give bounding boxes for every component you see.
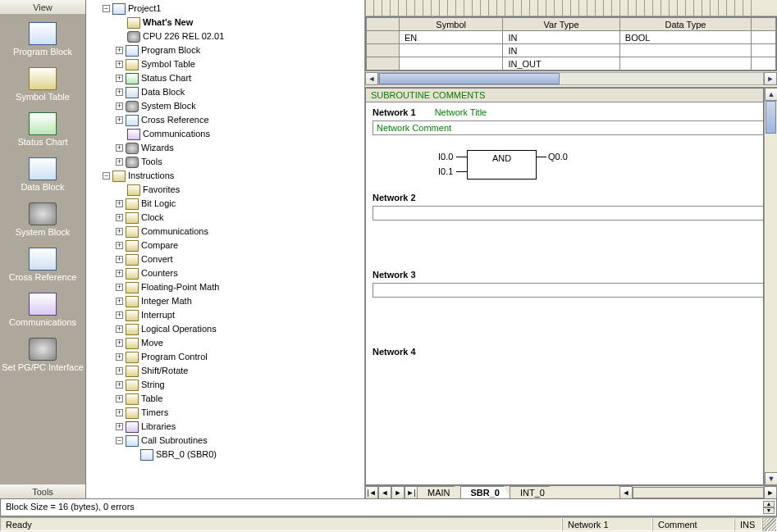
network-comment-field[interactable] [373,283,763,298]
scroll-track[interactable] [378,72,764,85]
collapse-icon[interactable]: − [116,437,123,444]
vartab-col-symbol[interactable]: Symbol [400,18,503,31]
vartab-cell[interactable]: IN_OUT [503,57,619,70]
toolbox-cross-reference[interactable]: Cross Reference [0,240,85,285]
scroll-down-button[interactable]: ▼ [765,472,777,485]
network-4[interactable]: Network 4 [373,347,763,357]
tree-cat[interactable]: +String [116,378,364,392]
vartab-cell[interactable]: EN [400,31,503,44]
toolbox-view-header[interactable]: View [0,0,85,15]
vartab-cell[interactable] [619,57,751,70]
vartab-row[interactable]: IN [367,44,776,57]
subroutine-comments-header[interactable]: SUBROUTINE COMMENTS [366,89,763,102]
tree-cross-reference[interactable]: + Cross Reference [116,113,364,127]
tree-cat[interactable]: +Timers [116,406,364,420]
tree-system-block[interactable]: + System Block [116,99,364,113]
toolbox-data-block[interactable]: Data Block [0,150,85,195]
vartab-row[interactable]: IN_OUT [367,57,776,70]
vartab-row[interactable]: EN IN BOOL [367,31,776,44]
tree-whats-new[interactable]: What's New [116,16,364,30]
tree-wizards[interactable]: + Wizards [116,141,364,155]
vartab-col-extra[interactable] [752,18,776,31]
tree-cat[interactable]: +Logical Operations [116,322,364,336]
network-comment-field[interactable] [373,206,763,221]
vartab-cell[interactable]: BOOL [619,31,751,44]
tree-cat[interactable]: +Convert [116,252,364,266]
tab-sbr0[interactable]: SBR_0 [460,486,510,499]
fbd-function-box[interactable]: AND [467,150,537,180]
collapse-icon[interactable]: − [103,5,110,12]
tree-project[interactable]: − Project1 [103,2,364,16]
network-comment-field[interactable]: Network Comment [373,120,763,135]
tree-favorites[interactable]: Favorites [116,183,364,197]
vartab-cell[interactable]: IN [503,44,619,57]
scroll-left-button[interactable]: ◄ [365,72,378,85]
tab-hscroll-right[interactable]: ► [764,486,777,499]
tree-cat[interactable]: +Program Control [116,350,364,364]
vartab-col-vartype[interactable]: Var Type [503,18,619,31]
tab-nav-last[interactable]: ►| [404,486,418,499]
tree-cat[interactable]: +Communications [116,225,364,239]
tab-hscroll-track[interactable] [633,487,764,498]
tree-cat[interactable]: +Clock [116,211,364,225]
variable-table[interactable]: Symbol Var Type Data Type EN IN BOOL [365,16,777,71]
tree-cat[interactable]: +Shift/Rotate [116,364,364,378]
tree-cat[interactable]: +Bit Logic [116,197,364,211]
tree-cat[interactable]: +Interrupt [116,308,364,322]
tree-cpu[interactable]: CPU 226 REL 02.01 [116,30,364,43]
network-3[interactable]: Network 3 [373,270,763,339]
tree-cat[interactable]: +Counters [116,266,364,280]
toolbox-program-block[interactable]: Program Block [0,15,85,60]
tree-program-block[interactable]: + Program Block [116,43,364,57]
tree-cat[interactable]: +Compare [116,239,364,252]
tree-cat[interactable]: +Integer Math [116,294,364,308]
tree-cat[interactable]: +Move [116,336,364,350]
scroll-thumb[interactable] [379,73,560,84]
scroll-thumb[interactable] [766,101,776,134]
scroll-up-button[interactable]: ▲ [765,88,777,101]
vartab-col-datatype[interactable]: Data Type [619,18,751,31]
toolbox-set-pgpc[interactable]: Set PG/PC Interface [0,330,85,375]
vartab-cell[interactable] [619,44,751,57]
tree-instructions[interactable]: − Instructions [103,169,364,183]
toolbox-tools-header[interactable]: Tools [0,484,85,498]
toolbox-system-block[interactable]: System Block [0,195,85,240]
tree-tools[interactable]: + Tools [116,155,364,169]
vartab-hscroll[interactable]: ◄ ► [365,72,777,85]
expand-icon[interactable]: + [116,47,123,54]
tree-data-block[interactable]: + Data Block [116,85,364,99]
tree-communications[interactable]: Communications [116,127,364,141]
vartab-cell[interactable] [400,44,503,57]
collapse-icon[interactable]: − [103,172,110,180]
spin-up-button[interactable]: ▲ [763,501,775,507]
vartab-corner[interactable] [367,18,400,31]
toolbox-communications[interactable]: Communications [0,285,85,330]
tree-cat[interactable]: +Table [116,392,364,406]
tree-symbol-table[interactable]: + Symbol Table [116,57,364,71]
resize-grip[interactable] [762,517,777,532]
spin-down-button[interactable]: ▼ [763,507,775,514]
scroll-right-button[interactable]: ► [764,72,777,85]
vartab-cell[interactable] [400,57,503,70]
tab-nav-first[interactable]: |◄ [365,486,378,499]
toolbox-symbol-table[interactable]: Symbol Table [0,60,85,105]
code-vscroll[interactable]: ▲ ▼ [764,88,777,485]
tree-status-chart[interactable]: + Status Chart [116,71,364,85]
network-1[interactable]: Network 1 Network Title Network Comment … [373,107,763,183]
tree-call-subroutines[interactable]: − Call Subroutines [116,434,364,448]
network-2[interactable]: Network 2 [373,193,763,261]
tab-hscroll-left[interactable]: ◄ [619,486,633,499]
tab-int0[interactable]: INT_0 [510,486,555,499]
network-subtitle[interactable]: Network Title [435,107,487,117]
tree-cat[interactable]: +Libraries [116,420,364,434]
code-editor[interactable]: SUBROUTINE COMMENTS Network 1 Network Ti… [365,88,764,485]
toolbox-status-chart[interactable]: Status Chart [0,105,85,150]
vartab-cell[interactable]: IN [503,31,619,44]
tree-cat[interactable]: +Floating-Point Math [116,280,364,294]
output-spin[interactable]: ▲ ▼ [763,501,775,514]
tab-nav-prev[interactable]: ◄ [378,486,391,499]
fbd-diagram[interactable]: I0.0 I0.1 AND Q0.0 [438,150,763,183]
project-tree[interactable]: − Project1 What's New [86,0,365,498]
tab-main[interactable]: MAIN [417,486,461,499]
tab-nav-next[interactable]: ► [391,486,404,499]
